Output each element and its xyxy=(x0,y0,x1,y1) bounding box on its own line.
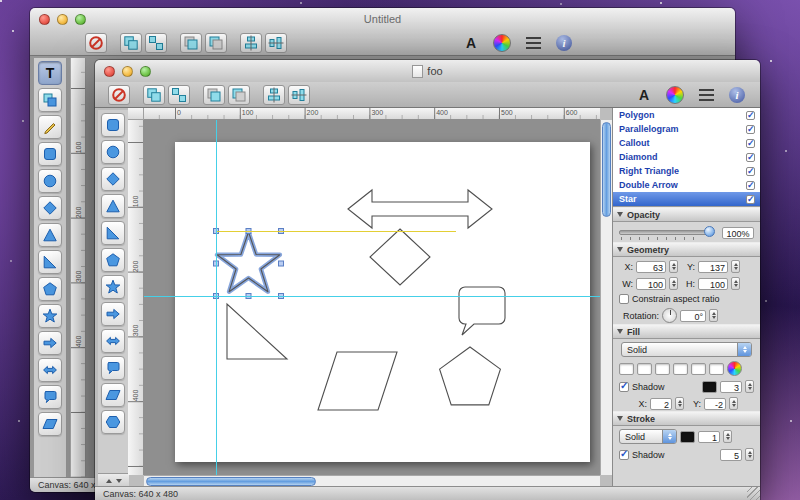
stroke-color-well[interactable] xyxy=(680,431,695,443)
shape-right-triangle[interactable] xyxy=(227,304,287,359)
bring-front-button[interactable] xyxy=(180,33,202,53)
lists-button[interactable] xyxy=(695,85,717,105)
align-center-button[interactable] xyxy=(263,85,285,105)
tool-pentagon-button[interactable] xyxy=(38,277,62,301)
tool-callout-button[interactable] xyxy=(101,356,125,380)
tool-star-button[interactable] xyxy=(38,304,62,328)
titlebar[interactable]: foo xyxy=(95,60,760,83)
visibility-checkbox[interactable] xyxy=(746,139,755,148)
fill-type-popup[interactable]: Solid xyxy=(621,342,752,357)
shape-list-item[interactable]: Callout xyxy=(613,136,760,150)
rotation-field[interactable]: 0° xyxy=(680,310,706,322)
send-back-button[interactable] xyxy=(205,33,227,53)
stroke-shadow-checkbox[interactable] xyxy=(619,450,629,460)
geometry-y-stepper[interactable] xyxy=(731,260,740,273)
constrain-checkbox[interactable] xyxy=(619,294,629,304)
fill-swatch[interactable] xyxy=(673,363,688,375)
send-back-button[interactable] xyxy=(228,85,250,105)
tool-double-arrow-button[interactable] xyxy=(38,358,62,382)
fill-shadow-y-stepper[interactable] xyxy=(729,397,738,410)
fill-swatch[interactable] xyxy=(619,363,634,375)
stroke-shadow-blur-stepper[interactable] xyxy=(745,448,754,461)
tool-triangle-button[interactable] xyxy=(101,194,125,218)
tool-right-triangle-button[interactable] xyxy=(38,250,62,274)
close-button[interactable] xyxy=(104,66,115,77)
align-middle-button[interactable] xyxy=(288,85,310,105)
tool-parallelogram-button[interactable] xyxy=(38,412,62,436)
shape-diamond[interactable] xyxy=(370,229,430,285)
tool-diamond-button[interactable] xyxy=(101,167,125,191)
fill-shadow-x-field[interactable]: 2 xyxy=(650,398,672,410)
shape-list-item[interactable]: Double Arrow xyxy=(613,178,760,192)
fill-swatch[interactable] xyxy=(637,363,652,375)
opacity-slider[interactable] xyxy=(619,225,714,241)
canvas[interactable] xyxy=(144,120,600,475)
color-wheel-icon[interactable] xyxy=(727,361,742,376)
rotation-stepper[interactable] xyxy=(709,309,718,322)
align-middle-button[interactable] xyxy=(265,33,287,53)
fonts-button[interactable]: A xyxy=(633,85,655,105)
minimize-button[interactable] xyxy=(57,14,68,25)
tool-right-triangle-button[interactable] xyxy=(101,221,125,245)
fill-shadow-x-stepper[interactable] xyxy=(675,397,684,410)
visibility-checkbox[interactable] xyxy=(746,181,755,190)
visibility-checkbox[interactable] xyxy=(746,125,755,134)
tool-star-button[interactable] xyxy=(101,275,125,299)
geometry-w-field[interactable]: 100 xyxy=(636,278,666,290)
slider-thumb[interactable] xyxy=(704,226,715,237)
stroke-type-popup[interactable]: Solid xyxy=(619,429,677,444)
fill-swatch[interactable] xyxy=(655,363,670,375)
tool-triangle-button[interactable] xyxy=(38,223,62,247)
geometry-section-header[interactable]: Geometry xyxy=(613,242,760,257)
group-button[interactable] xyxy=(120,33,142,53)
stroke-section-header[interactable]: Stroke xyxy=(613,411,760,426)
tool-rounded-square-button[interactable] xyxy=(101,113,125,137)
tool-parallelogram-button[interactable] xyxy=(101,383,125,407)
tool-hexagon-button[interactable] xyxy=(101,410,125,434)
disallow-button[interactable] xyxy=(85,33,107,53)
tool-callout-button[interactable] xyxy=(38,385,62,409)
opacity-section-header[interactable]: Opacity xyxy=(613,207,760,222)
fill-shadow-blur-field[interactable]: 3 xyxy=(720,381,742,393)
stroke-width-stepper[interactable] xyxy=(723,430,732,443)
align-center-button[interactable] xyxy=(240,33,262,53)
fill-swatch[interactable] xyxy=(691,363,706,375)
tool-rounded-square-button[interactable] xyxy=(38,142,62,166)
fill-section-header[interactable]: Fill xyxy=(613,324,760,339)
shape-list-item[interactable]: Diamond xyxy=(613,150,760,164)
close-button[interactable] xyxy=(39,14,50,25)
tool-circle-button[interactable] xyxy=(38,169,62,193)
tool-diamond-button[interactable] xyxy=(38,196,62,220)
scroll-thumb[interactable] xyxy=(602,122,611,217)
minimize-button[interactable] xyxy=(122,66,133,77)
stroke-shadow-blur-field[interactable]: 5 xyxy=(720,449,742,461)
tool-text[interactable]: T xyxy=(38,61,62,85)
bring-front-button[interactable] xyxy=(203,85,225,105)
shape-parallelogram[interactable] xyxy=(318,352,397,410)
fill-shadow-y-field[interactable]: -2 xyxy=(704,398,726,410)
tool-pencil-button[interactable] xyxy=(38,115,62,139)
shape-list-item[interactable]: Parallelogram xyxy=(613,122,760,136)
tool-arrow-button[interactable] xyxy=(101,302,125,326)
geometry-y-field[interactable]: 137 xyxy=(698,261,728,273)
tool-pentagon-button[interactable] xyxy=(101,248,125,272)
group-button[interactable] xyxy=(143,85,165,105)
lists-button[interactable] xyxy=(522,33,544,53)
colors-button[interactable] xyxy=(664,85,686,105)
shape-pentagon[interactable] xyxy=(440,347,501,405)
zoom-button[interactable] xyxy=(140,66,151,77)
geometry-x-stepper[interactable] xyxy=(669,260,678,273)
disallow-button[interactable] xyxy=(108,85,130,105)
geometry-x-field[interactable]: 63 xyxy=(636,261,666,273)
tool-arrow-button[interactable] xyxy=(38,331,62,355)
fill-swatch[interactable] xyxy=(709,363,724,375)
shape-double-arrow[interactable] xyxy=(348,190,492,228)
tool-circle-button[interactable] xyxy=(101,140,125,164)
ungroup-button[interactable] xyxy=(145,33,167,53)
fill-shadow-checkbox[interactable] xyxy=(619,382,629,392)
zoom-button[interactable] xyxy=(75,14,86,25)
stroke-width-field[interactable]: 1 xyxy=(698,431,720,443)
fonts-button[interactable]: A xyxy=(460,33,482,53)
fill-shadow-blur-stepper[interactable] xyxy=(745,380,754,393)
visibility-checkbox[interactable] xyxy=(746,153,755,162)
